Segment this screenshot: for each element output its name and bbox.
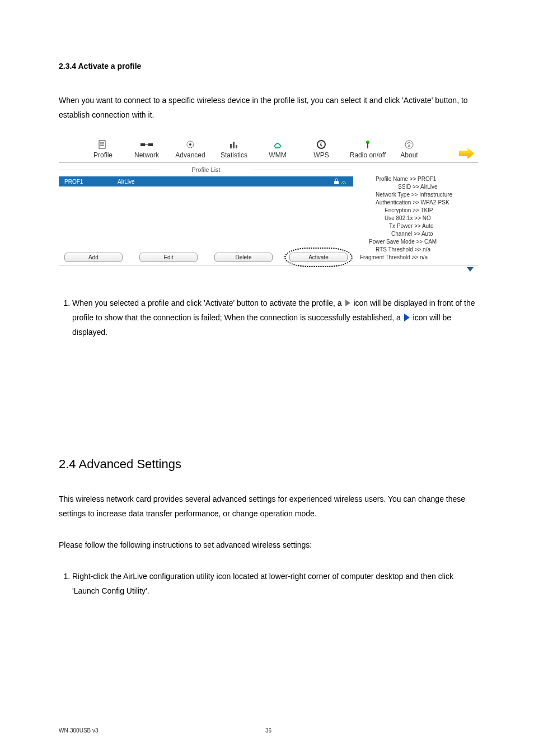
tab-wmm[interactable]: WMM — [256, 139, 299, 159]
profile-row-ssid: AirLive — [118, 179, 327, 185]
tab-profile[interactable]: Profile — [81, 139, 125, 159]
profile-row-name: PROF1 — [59, 179, 118, 185]
tab-wps-label: WPS — [313, 151, 329, 159]
svg-point-13 — [317, 141, 325, 148]
gray-triangle-icon — [345, 300, 350, 306]
tab-statistics-label: Statistics — [221, 151, 247, 159]
footer-model: WN-300USB v3 — [59, 727, 99, 734]
svg-rect-10 — [233, 142, 235, 148]
blue-triangle-icon — [404, 314, 410, 321]
list-item-234-1: When you selected a profile and click 'A… — [72, 296, 478, 339]
paragraph-intro-234: When you want to connect to a specific w… — [59, 93, 478, 122]
tab-about[interactable]: A About — [392, 139, 426, 159]
page-footer: WN-300USB v3 36 — [59, 727, 478, 734]
add-button[interactable]: Add — [64, 253, 123, 262]
tab-statistics[interactable]: Statistics — [212, 139, 256, 159]
ordered-list-24: Right-click the AirLive configuration ut… — [59, 569, 478, 598]
profile-button-row: Add Edit Delete Activate — [59, 248, 353, 262]
tab-wps[interactable]: WPS — [299, 139, 343, 159]
qos-icon — [272, 139, 283, 150]
svg-rect-4 — [140, 143, 145, 146]
screenshot-body: Profile List PROF1 AirLive Add Edit Dele… — [59, 163, 478, 265]
tab-advanced-label: Advanced — [175, 151, 205, 159]
detail-profile-name: Profile Name >> PROF1 — [376, 175, 475, 183]
tab-network-label: Network — [134, 151, 159, 159]
detail-powersave: Power Save Mode >> CAM — [369, 238, 475, 246]
svg-rect-12 — [275, 147, 280, 148]
tab-advanced[interactable]: Advanced — [168, 139, 212, 159]
svg-text:A: A — [407, 143, 411, 148]
profile-row-selected[interactable]: PROF1 AirLive — [59, 176, 353, 186]
tab-about-label: About — [400, 151, 418, 159]
li-text-a: When you selected a profile and click 'A… — [72, 298, 344, 307]
tab-profile-label: Profile — [93, 151, 113, 159]
detail-fragment: Fragment Threshold >> n/a — [360, 254, 475, 262]
gear-icon — [185, 139, 195, 150]
detail-txpower: Tx Power >> Auto — [376, 222, 475, 230]
svg-rect-9 — [230, 144, 232, 148]
paragraph-24a: This wireless network card provides seve… — [59, 492, 478, 521]
tab-radio-label: Radio on/off — [350, 151, 386, 159]
tab-wmm-label: WMM — [269, 151, 286, 159]
radio-icon — [363, 139, 373, 150]
svg-point-8 — [189, 143, 191, 146]
svg-rect-15 — [367, 143, 368, 148]
svg-rect-18 — [334, 181, 339, 184]
svg-rect-0 — [99, 141, 105, 148]
tab-radio[interactable]: Radio on/off — [343, 139, 392, 159]
detail-encryption: Encryption >> TKIP — [376, 207, 475, 214]
detail-auth: Authentication >> WPA2-PSK — [376, 199, 475, 207]
profile-icon — [98, 139, 108, 150]
signal-icon — [340, 178, 347, 185]
activate-button-label: Activate — [308, 254, 329, 260]
svg-point-19 — [343, 183, 344, 184]
detail-8021x: Use 802.1x >> NO — [376, 214, 475, 222]
about-icon: A — [404, 139, 414, 150]
activate-button[interactable]: Activate — [289, 253, 348, 262]
list-item-24-1: Right-click the AirLive configuration ut… — [72, 569, 478, 598]
screenshot-bottom-bar — [59, 265, 478, 273]
expand-arrow-icon[interactable] — [459, 148, 475, 159]
network-icon — [140, 139, 153, 150]
paragraph-24b: Please follow the following instructions… — [59, 538, 478, 552]
detail-rts: RTS Threshold >> n/a — [376, 246, 475, 254]
chart-bars-icon — [229, 139, 239, 150]
svg-rect-5 — [148, 143, 153, 146]
profile-list-label: Profile List — [59, 166, 353, 173]
profile-row-icons — [327, 178, 353, 185]
screenshot-tab-bar: Profile Network Advanced Statistics — [59, 139, 478, 163]
footer-page-number: 36 — [265, 727, 271, 734]
detail-network-type: Network Type >> Infrastructure — [376, 191, 475, 199]
ordered-list-234: When you selected a profile and click 'A… — [59, 296, 478, 339]
edit-button[interactable]: Edit — [139, 253, 198, 262]
tab-network[interactable]: Network — [125, 139, 168, 159]
profile-list-panel: Profile List PROF1 AirLive Add Edit Dele… — [59, 163, 353, 265]
detail-channel: Channel >> Auto — [376, 230, 475, 238]
wps-icon — [316, 139, 326, 150]
lock-icon — [334, 178, 339, 185]
delete-button[interactable]: Delete — [214, 253, 273, 262]
svg-rect-11 — [236, 145, 237, 148]
screenshot-profile-utility: Profile Network Advanced Statistics — [59, 139, 478, 273]
collapse-arrow-icon[interactable] — [467, 267, 474, 272]
document-page: 2.3.4 Activate a profile When you want t… — [0, 0, 534, 756]
heading-2-3-4: 2.3.4 Activate a profile — [59, 62, 478, 71]
heading-2-4: 2.4 Advanced Settings — [59, 457, 478, 472]
detail-ssid: SSID >> AirLive — [376, 183, 475, 191]
profile-details-panel: Profile Name >> PROF1 SSID >> AirLive Ne… — [353, 163, 478, 265]
